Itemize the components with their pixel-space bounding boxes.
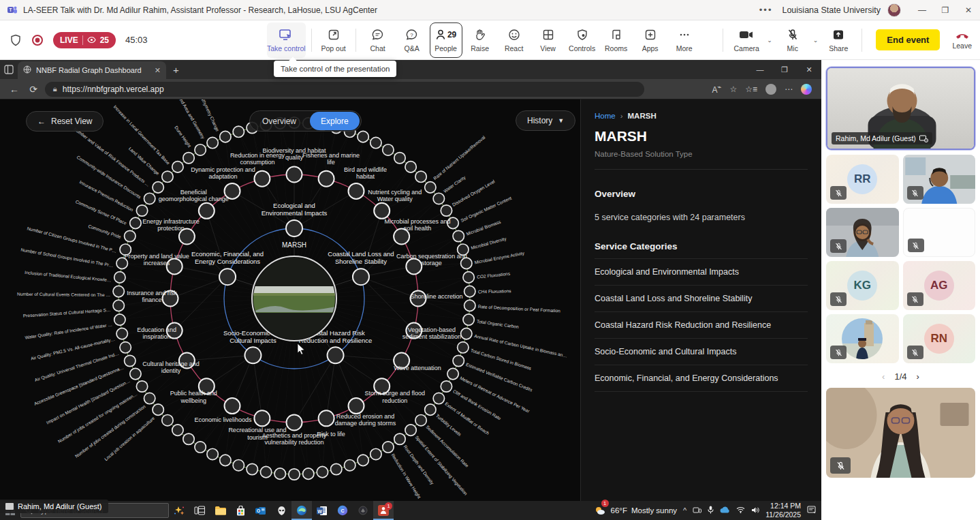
more-button[interactable]: More <box>668 22 701 58</box>
outer-parameter-node[interactable] <box>162 415 173 426</box>
service-category-item[interactable]: Coastal Land Loss and Shoreline Stabilit… <box>595 286 808 312</box>
weather-widget[interactable]: 1 66°F Mostly sunny <box>593 501 678 520</box>
outer-parameter-node[interactable] <box>358 131 368 142</box>
outer-parameter-node[interactable] <box>453 230 464 241</box>
outlook-icon[interactable]: O <box>251 501 271 520</box>
outer-parameter-node[interactable] <box>125 355 136 366</box>
controls-button[interactable]: Controls <box>566 22 599 58</box>
outer-parameter-node[interactable] <box>370 448 381 459</box>
wifi-icon[interactable] <box>736 506 745 515</box>
mic-button[interactable]: Mic <box>776 22 809 58</box>
parameter-node[interactable] <box>225 398 240 414</box>
outer-parameter-node[interactable] <box>441 205 452 216</box>
outer-parameter-node[interactable] <box>247 463 257 474</box>
outer-parameter-node[interactable] <box>317 466 328 477</box>
category-node[interactable] <box>286 220 302 236</box>
outer-parameter-node[interactable] <box>461 258 472 269</box>
parameter-node[interactable] <box>374 203 390 219</box>
outer-parameter-node[interactable] <box>358 455 368 465</box>
word-icon[interactable]: W <box>312 501 332 520</box>
browser-close[interactable]: ✕ <box>797 61 821 78</box>
rooms-button[interactable]: Rooms <box>600 22 633 58</box>
outer-parameter-node[interactable] <box>207 137 218 148</box>
outer-parameter-node[interactable] <box>153 182 163 193</box>
new-tab-button[interactable]: + <box>173 64 179 76</box>
qa-button[interactable]: ? Q&A <box>396 22 428 58</box>
chat-button[interactable]: Chat <box>362 22 394 58</box>
outer-parameter-node[interactable] <box>425 182 436 193</box>
parameter-node[interactable] <box>254 410 270 426</box>
favorite-star-icon[interactable]: ☆ <box>729 85 737 94</box>
outer-parameter-node[interactable] <box>463 314 474 325</box>
category-node[interactable] <box>328 347 344 363</box>
outer-parameter-node[interactable] <box>116 258 127 269</box>
outer-parameter-node[interactable] <box>233 460 244 471</box>
copilot-sparkle-icon[interactable] <box>169 501 189 520</box>
outer-parameter-node[interactable] <box>383 144 394 155</box>
outer-parameter-node[interactable] <box>458 342 469 353</box>
outer-parameter-node[interactable] <box>415 171 426 182</box>
outer-parameter-node[interactable] <box>425 404 436 415</box>
tab-actions-icon[interactable] <box>0 65 18 74</box>
outer-parameter-node[interactable] <box>461 328 472 339</box>
service-category-item[interactable]: Economic, Financial, and Energy Consider… <box>595 365 808 392</box>
outer-parameter-node[interactable] <box>136 205 147 216</box>
taskbar-clock[interactable]: 12:14 PM 11/26/2025 <box>765 502 801 519</box>
mic-chevron[interactable]: ⌄ <box>812 37 820 44</box>
outer-parameter-node[interactable] <box>113 300 124 311</box>
outer-parameter-node[interactable] <box>441 381 452 392</box>
outer-parameter-node[interactable] <box>136 381 147 392</box>
outer-parameter-node[interactable] <box>125 230 136 241</box>
parameter-node[interactable] <box>254 171 270 187</box>
outer-parameter-node[interactable] <box>162 171 173 182</box>
outer-parameter-node[interactable] <box>144 393 155 403</box>
parameter-node[interactable] <box>406 258 422 274</box>
maximize-button[interactable]: ❐ <box>934 0 957 20</box>
reset-view-button[interactable]: ← Reset View <box>26 111 104 132</box>
refresh-icon[interactable]: ⟳ <box>26 84 41 95</box>
history-dropdown[interactable]: History ▼ <box>516 110 575 131</box>
outer-parameter-node[interactable] <box>433 393 444 403</box>
dark-app-icon[interactable] <box>353 501 373 520</box>
service-category-item[interactable]: Coastal Hazard Risk Reduction and Resili… <box>595 312 808 339</box>
collections-icon[interactable]: ☆≡ <box>745 85 757 94</box>
parameter-node[interactable] <box>287 415 302 431</box>
outer-parameter-node[interactable] <box>345 460 355 471</box>
prev-page-icon[interactable]: ‹ <box>882 371 885 382</box>
view-button[interactable]: View <box>532 22 565 58</box>
outer-parameter-node[interactable] <box>464 286 475 296</box>
outer-parameter-node[interactable] <box>207 448 218 459</box>
browser-tab[interactable]: NNBF Radial Graph Dashboard ✕ <box>18 61 166 79</box>
store-icon[interactable] <box>230 501 251 520</box>
back-icon[interactable]: ← <box>7 84 22 95</box>
outer-parameter-node[interactable] <box>220 131 231 142</box>
outer-parameter-node[interactable] <box>195 442 206 453</box>
explore-tab[interactable]: Explore <box>310 112 360 130</box>
browser-profile-avatar[interactable] <box>765 84 776 95</box>
category-node[interactable] <box>244 347 261 363</box>
take-control-button[interactable]: Take control <box>267 22 306 58</box>
outer-parameter-node[interactable] <box>289 469 300 480</box>
react-button[interactable]: React <box>498 22 531 58</box>
overview-tab[interactable]: Overview <box>251 112 307 130</box>
participant-tile[interactable] <box>826 208 899 257</box>
outer-parameter-node[interactable] <box>183 153 194 164</box>
outer-parameter-node[interactable] <box>195 144 206 155</box>
outer-parameter-node[interactable] <box>120 342 131 353</box>
camera-button[interactable]: Camera <box>730 22 763 58</box>
teams-taskbar-icon[interactable]: 1 <box>373 501 394 520</box>
next-page-icon[interactable]: › <box>917 371 919 382</box>
close-button[interactable]: ✕ <box>957 0 980 20</box>
browser-more-icon[interactable]: ⋯ <box>785 85 793 94</box>
service-category-item[interactable]: Socio-Economic and Cultural Impacts <box>595 339 808 365</box>
raise-button[interactable]: Raise <box>464 22 496 58</box>
parameter-node[interactable] <box>319 171 334 187</box>
outer-parameter-node[interactable] <box>405 162 416 172</box>
outer-parameter-node[interactable] <box>463 272 474 283</box>
outer-parameter-node[interactable] <box>453 355 464 366</box>
outer-parameter-node[interactable] <box>172 162 183 172</box>
parameter-node[interactable] <box>287 167 302 183</box>
outer-parameter-node[interactable] <box>172 425 183 435</box>
outer-parameter-node[interactable] <box>183 433 194 444</box>
pop-out-button[interactable]: Pop out <box>317 22 350 58</box>
